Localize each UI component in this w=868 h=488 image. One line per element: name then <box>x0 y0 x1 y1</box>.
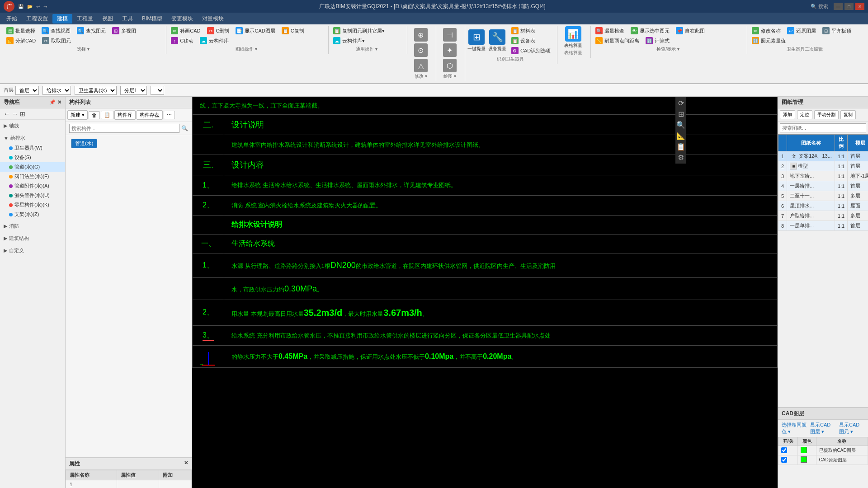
locate-here-btn[interactable]: 📌 自在此图 <box>673 26 708 35</box>
nav-forward-btn[interactable]: → <box>12 110 18 117</box>
copy-drawing-btn[interactable]: 复制 <box>840 110 856 119</box>
menu-change[interactable]: 变更模块 <box>167 14 198 23</box>
sanitary-item[interactable]: 卫生器具(W) <box>0 143 65 153</box>
find-view-btn[interactable]: 🔍 查找视图 <box>39 26 73 35</box>
save-component-btn[interactable]: 构件存盘 <box>137 110 163 120</box>
search-icon[interactable]: 🔍 <box>181 125 188 131</box>
drawing-search-input[interactable] <box>780 123 866 132</box>
search-box[interactable]: 🔍 搜索 <box>811 3 828 10</box>
cad-identify-btn[interactable]: ⚙ CAD识别选项 <box>509 46 553 55</box>
pipe-water-tag[interactable]: 管道(水) <box>71 139 97 148</box>
nav-home-btn[interactable]: ⊞ <box>20 110 25 117</box>
delete-component-btn[interactable]: 🗑 <box>89 111 100 119</box>
structure-section-title[interactable]: ▶建筑结构 <box>0 233 65 244</box>
component-search-input[interactable] <box>69 124 179 133</box>
decompose-cad-btn[interactable]: 📐 分解CAD <box>4 36 38 45</box>
maximize-button[interactable]: □ <box>844 3 854 10</box>
cad-switch-2[interactable] <box>778 455 798 465</box>
fire-section-title[interactable]: ▶消防 <box>0 221 65 231</box>
table-calc-btn[interactable]: 📊 表格算量 <box>562 26 585 49</box>
drawing-row-5[interactable]: 5 二至十一... 1:1 多层 多种 <box>778 191 868 201</box>
menu-project-settings[interactable]: 工程设置 <box>22 14 52 23</box>
copy-component-btn[interactable]: 📋 <box>101 111 113 119</box>
toolbar-save[interactable]: 💾 <box>18 4 24 9</box>
nav-back-btn[interactable]: ← <box>4 110 10 117</box>
c-delete-btn[interactable]: ✂ C删制 <box>204 26 232 35</box>
equipment-item[interactable]: 设备(S) <box>0 153 65 162</box>
show-selected-btn[interactable]: 👁 显示选中图元 <box>628 26 672 35</box>
material-table-btn[interactable]: 📋 材料表 <box>509 26 553 35</box>
drawing-row-3[interactable]: 3 地下室给... 1:1 地下-1层 -1.1 <box>778 171 868 181</box>
toolbar-redo[interactable]: ↪ <box>43 4 47 9</box>
multi-view-btn[interactable]: ⊞ 多视图 <box>109 26 139 35</box>
canvas-navigate-btn[interactable]: ⊞ <box>676 109 685 118</box>
prop-value-cell[interactable] <box>117 480 159 488</box>
sublayer-select[interactable]: 分层1 <box>120 86 147 95</box>
cad-switch-1[interactable] <box>778 446 798 455</box>
drawing-row-8[interactable]: 8 一层单排... 1:1 首层 1.3 <box>778 221 868 231</box>
canvas-settings-btn[interactable]: ⚙ <box>676 153 685 162</box>
floor-select[interactable]: 首层 <box>15 86 39 95</box>
cloud-lib2-btn[interactable]: ☁ 云构件库▾ <box>330 36 368 45</box>
canvas-zoom-btn[interactable]: 🔍 <box>676 120 685 129</box>
drawing-row-2[interactable]: 2 ■模型 1:1 首层 <box>778 161 868 171</box>
batch-select-btn[interactable]: ▤ 批量选择 <box>4 26 38 35</box>
menu-build[interactable]: 建模 <box>52 14 72 23</box>
equipment-table-btn[interactable]: 📋 设备表 <box>509 36 553 45</box>
toolbar-undo[interactable]: ↩ <box>36 4 40 9</box>
c-copy-btn[interactable]: 📋 C复制 <box>279 26 307 35</box>
calc-formula-btn[interactable]: 🔢 计算式 <box>643 36 672 45</box>
more-btn[interactable]: ⋯ <box>164 111 175 119</box>
c-move-btn[interactable]: ↕ C移动 <box>168 36 196 45</box>
component-library-btn[interactable]: 构件库 <box>114 110 136 120</box>
nav-close-btn[interactable]: ✕ <box>57 99 61 105</box>
manual-split-btn[interactable]: 手动分割 <box>814 110 839 119</box>
props-close-btn[interactable]: ✕ <box>184 460 188 468</box>
canvas-refresh-btn[interactable]: ⟳ <box>676 99 685 108</box>
cloud-lib-btn[interactable]: ☁ 云构件库 <box>197 36 231 45</box>
toolbar-open[interactable]: 📂 <box>27 4 33 9</box>
menu-quantity2[interactable]: 对量模块 <box>198 14 228 23</box>
sprinkler-item[interactable]: 漏头管件(水)(U) <box>0 191 65 200</box>
menu-start[interactable]: 开始 <box>2 14 22 23</box>
select-same-color-btn[interactable]: 选择相同颜色 ▾ <box>782 422 807 435</box>
pipe-item[interactable]: 管道(水)(G) <box>0 162 65 172</box>
show-cad-layer-btn[interactable]: 📑 显示CAD图层 <box>233 26 278 35</box>
equipment-quantity-btn[interactable]: 🔧 设备提量 <box>488 29 507 52</box>
modify-name-btn[interactable]: ✏ 修改名称 <box>749 26 783 35</box>
drawing-row-6[interactable]: 6 屋顶排水... 1:1 屋面 12.1 <box>778 201 868 211</box>
axis-section-title[interactable]: ▶轴线 <box>0 121 65 131</box>
supplement-cad-btn[interactable]: ✏ 补画CAD <box>168 26 203 35</box>
pipe-accessory-item[interactable]: 管道附件(水)(A) <box>0 181 65 191</box>
flat-view-btn[interactable]: ⊟ 平齐板顶 <box>820 26 854 35</box>
drainage-section-title[interactable]: ▼给排水 <box>0 133 65 143</box>
drawing-row-7[interactable]: 7 户型给排... 1:1 多层 多种 <box>778 211 868 221</box>
show-cad-layer-btn[interactable]: 显示CAD图层 ▾ <box>810 422 835 435</box>
new-component-btn[interactable]: 新建 ▾ <box>67 110 88 120</box>
menu-view[interactable]: 视图 <box>98 14 118 23</box>
menu-tools[interactable]: 工具 <box>118 14 137 23</box>
element-value-btn[interactable]: 🔢 圆元素量值 <box>749 36 788 45</box>
canvas-layer-btn[interactable]: 📋 <box>676 142 685 151</box>
minimize-button[interactable]: — <box>834 3 843 10</box>
add-drawing-btn[interactable]: 添加 <box>780 110 795 119</box>
leak-check-btn[interactable]: 🔍 漏量检查 <box>593 26 627 35</box>
custom-section-title[interactable]: ▶自定义 <box>0 245 65 256</box>
locate-drawing-btn[interactable]: 定位 <box>797 110 812 119</box>
measure-distance-btn[interactable]: 📏 耐量两点间距离 <box>593 36 642 45</box>
copy-to-floor-btn[interactable]: 📋 复制图元到其它层▾ <box>330 26 387 35</box>
canvas-area[interactable]: 线，直下竖大寺推为一线，直下全面庄某端截。 二. 设计说明 建筑单体室内给排水系… <box>192 97 778 488</box>
restore-layer-btn[interactable]: ↩ 还原图层 <box>784 26 819 35</box>
close-button[interactable]: ✕ <box>855 3 864 10</box>
misc-item[interactable]: 零星构件(水)(K) <box>0 200 65 210</box>
sublayer-select2[interactable] <box>151 86 164 95</box>
menu-quantity[interactable]: 工程量 <box>72 14 98 23</box>
drawing-row-4[interactable]: 4 一层给排... 1:1 首层 1.1 <box>778 181 868 191</box>
canvas-measure-btn[interactable]: 📐 <box>676 131 685 140</box>
system-select[interactable]: 给排水 <box>42 86 71 95</box>
support-item[interactable]: 支架(水)(Z) <box>0 210 65 219</box>
find-element-btn[interactable]: 🔍 查找图元 <box>74 26 108 35</box>
menu-bim[interactable]: BIM模型 <box>137 14 167 23</box>
one-click-quantity-btn[interactable]: ⊞ 一键提量 <box>467 29 486 52</box>
take-element-btn[interactable]: ✂ 取取图元 <box>39 36 74 45</box>
